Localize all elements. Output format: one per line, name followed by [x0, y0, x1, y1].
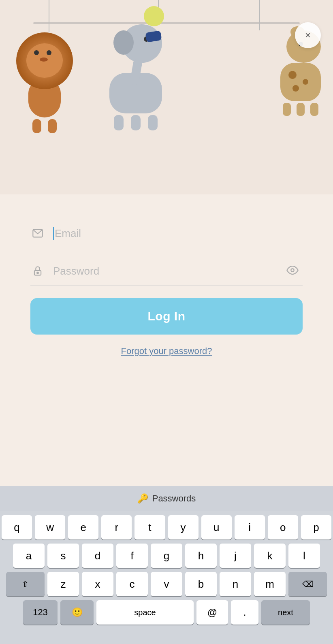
keyboard-row-2: a s d f g h j k l: [2, 544, 331, 568]
key-x[interactable]: x: [82, 572, 113, 596]
space-key[interactable]: space: [96, 600, 194, 625]
key-y[interactable]: y: [168, 515, 199, 540]
forgot-password-link[interactable]: Forgot your password?: [30, 346, 303, 356]
login-form: Log In Forgot your password?: [0, 194, 333, 373]
svg-point-3: [291, 269, 294, 272]
svg-point-2: [37, 272, 38, 274]
lock-icon: [30, 264, 45, 278]
key-g[interactable]: g: [151, 544, 182, 568]
key-i[interactable]: i: [235, 515, 265, 540]
key-e[interactable]: e: [68, 515, 98, 540]
keyboard-row-4: 123 🙂 space @ . next: [2, 600, 331, 625]
key-u[interactable]: u: [201, 515, 232, 540]
passwords-toolbar-item[interactable]: 🔑 Passwords: [137, 493, 196, 504]
password-field[interactable]: [53, 265, 303, 277]
key-l[interactable]: l: [288, 544, 320, 568]
emoji-key[interactable]: 🙂: [60, 600, 94, 625]
at-key[interactable]: @: [196, 600, 228, 625]
key-icon: 🔑: [137, 493, 148, 504]
key-p[interactable]: p: [301, 515, 331, 540]
key-a[interactable]: a: [13, 544, 45, 568]
lock-svg: [32, 265, 43, 277]
close-button[interactable]: ×: [295, 22, 321, 48]
key-w[interactable]: w: [35, 515, 65, 540]
key-v[interactable]: v: [151, 572, 182, 596]
login-button[interactable]: Log In: [30, 298, 303, 335]
password-input-row: [30, 256, 303, 286]
delete-key[interactable]: ⌫: [288, 572, 327, 596]
key-b[interactable]: b: [185, 572, 217, 596]
cursor: [53, 227, 54, 240]
key-q[interactable]: q: [2, 515, 32, 540]
numbers-key[interactable]: 123: [23, 600, 58, 625]
period-key[interactable]: .: [231, 600, 258, 625]
keyboard-row-3: ⇧ z x c v b n m ⌫: [2, 572, 331, 596]
keyboard-bottom-bar: [0, 630, 333, 644]
shift-key[interactable]: ⇧: [6, 572, 45, 596]
key-f[interactable]: f: [116, 544, 148, 568]
key-t[interactable]: t: [134, 515, 165, 540]
key-s[interactable]: s: [47, 544, 79, 568]
key-d[interactable]: d: [82, 544, 113, 568]
key-o[interactable]: o: [268, 515, 298, 540]
key-j[interactable]: j: [220, 544, 251, 568]
keyboard-keys: q w e r t y u i o p a s d f g h j k l ⇧ …: [0, 511, 333, 630]
key-m[interactable]: m: [254, 572, 286, 596]
mail-icon: [32, 228, 43, 239]
key-n[interactable]: n: [220, 572, 251, 596]
email-icon: [30, 226, 45, 241]
keyboard-row-1: q w e r t y u i o p: [2, 515, 331, 540]
email-input-row: [30, 219, 303, 248]
keyboard: 🔑 Passwords q w e r t y u i o p a s d f …: [0, 486, 333, 644]
email-field[interactable]: [55, 227, 303, 240]
key-h[interactable]: h: [185, 544, 217, 568]
passwords-label: Passwords: [152, 493, 196, 504]
lion-toy: [16, 32, 73, 133]
spacer: [0, 373, 333, 413]
elephant-toy: [109, 24, 162, 130]
key-r[interactable]: r: [101, 515, 132, 540]
key-k[interactable]: k: [254, 544, 286, 568]
key-c[interactable]: c: [116, 572, 148, 596]
toggle-password-icon[interactable]: [286, 264, 299, 278]
next-key[interactable]: next: [261, 600, 310, 625]
hero-image: [0, 0, 333, 194]
keyboard-toolbar: 🔑 Passwords: [0, 486, 333, 511]
key-z[interactable]: z: [47, 572, 79, 596]
